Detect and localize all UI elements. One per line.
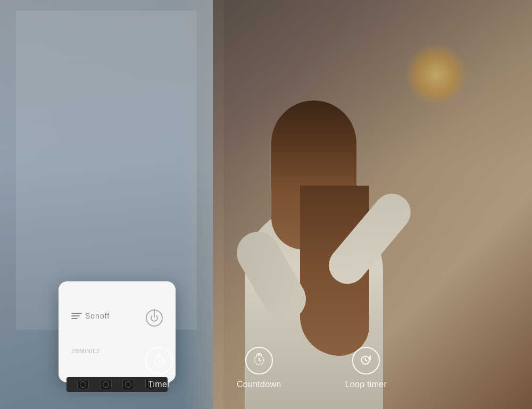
toolbar-item-countdown[interactable]: Countdown xyxy=(205,336,313,400)
timer-icon-circle xyxy=(145,347,173,374)
countdown-icon xyxy=(252,353,266,369)
loop-timer-icon xyxy=(359,353,373,369)
toolbar-item-loop-timer[interactable]: Loop timer xyxy=(313,336,419,400)
loop-timer-icon-circle xyxy=(352,347,380,374)
toolbar-item-timer[interactable]: Timer xyxy=(113,336,205,400)
timer-label: Timer xyxy=(148,380,170,389)
brand-name: Sonoff xyxy=(85,312,110,320)
power-icon xyxy=(146,310,163,327)
countdown-label: Countdown xyxy=(237,380,281,389)
brand-logo xyxy=(71,313,82,319)
device-brand: Sonoff xyxy=(71,312,110,320)
timer-icon xyxy=(152,354,166,368)
bottom-toolbar: Timer Countdown xyxy=(0,327,532,409)
countdown-icon-circle xyxy=(245,347,273,374)
loop-timer-label: Loop timer xyxy=(345,380,387,389)
